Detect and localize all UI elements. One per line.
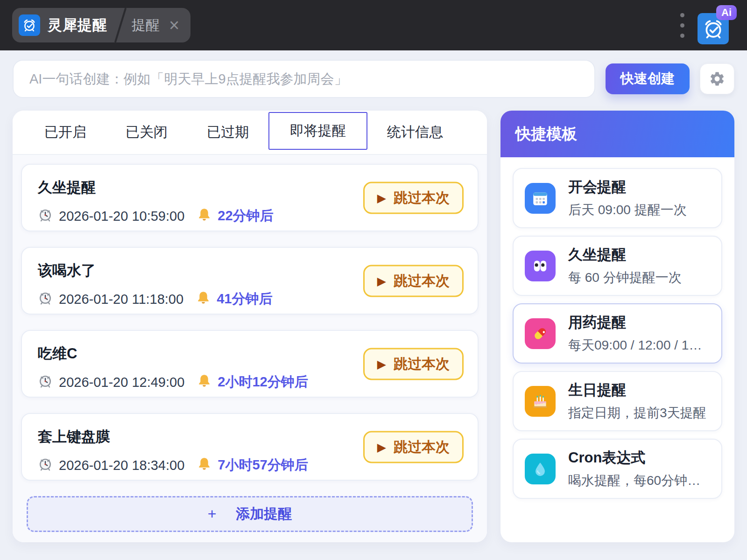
reminder-countdown: 2小时12分钟后 — [218, 373, 308, 392]
templates-title: 快捷模板 — [515, 124, 577, 145]
reminder-tabs: 已开启已关闭已过期即将提醒统计信息 — [13, 111, 487, 155]
template-name: 用药提醒 — [568, 313, 702, 332]
template-item-cron[interactable]: Cron表达式 喝水提醒，每60分钟… — [513, 439, 722, 499]
cake-icon — [525, 386, 556, 417]
template-name: 生日提醒 — [568, 380, 706, 400]
reminder-list: 久坐提醒 2026-01-20 10:59:00 22分钟后 ▶ — [13, 155, 487, 542]
reminder-card: 吃维C 2026-01-20 12:49:00 2小时12分钟后 ▶ — [21, 330, 479, 398]
template-desc: 后天 09:00 提醒一次 — [568, 201, 687, 219]
window-tab[interactable]: 灵犀提醒 提醒 × — [12, 8, 190, 42]
clock-icon — [38, 207, 53, 225]
tab-enabled[interactable]: 已开启 — [25, 111, 106, 154]
clock-icon — [38, 290, 53, 308]
skip-once-button[interactable]: ▶ 跳过本次 — [363, 265, 464, 297]
document-tab-title: 提醒 — [132, 16, 160, 35]
ai-badge: Ai — [716, 5, 737, 20]
template-desc: 喝水提醒，每60分钟… — [568, 472, 700, 490]
reminder-countdown: 22分钟后 — [218, 207, 273, 225]
play-triangle-icon: ▶ — [377, 274, 386, 287]
add-reminder-button[interactable]: +添加提醒 — [27, 496, 473, 532]
tab-upcoming[interactable]: 即将提醒 — [268, 112, 367, 150]
tab-divider — [114, 7, 127, 43]
reminder-card: 该喝水了 2026-01-20 11:18:00 41分钟后 ▶ — [21, 247, 479, 315]
reminder-card: 久坐提醒 2026-01-20 10:59:00 22分钟后 ▶ — [21, 164, 479, 231]
tab-closed[interactable]: 已关闭 — [106, 111, 187, 154]
template-item-medication[interactable]: 用药提醒 每天09:00 / 12:00 / 1… — [513, 303, 722, 364]
templates-list: 开会提醒 后天 09:00 提醒一次 久坐提醒 每 60 分钟提醒一次 用药提醒… — [500, 157, 734, 510]
pill-icon — [525, 318, 556, 349]
tab-stats[interactable]: 统计信息 — [367, 111, 463, 154]
app-logo[interactable]: Ai — [698, 5, 735, 45]
create-toolbar: 快速创建 — [13, 60, 734, 98]
skip-once-button[interactable]: ▶ 跳过本次 — [363, 431, 464, 463]
reminder-datetime: 2026-01-20 10:59:00 — [59, 209, 184, 224]
kebab-menu-icon[interactable] — [677, 9, 687, 42]
app-title: 灵犀提醒 — [48, 15, 107, 35]
alarm-clock-icon — [19, 14, 40, 36]
template-name: 开会提醒 — [568, 177, 687, 197]
ai-sentence-input[interactable] — [13, 60, 595, 98]
reminder-countdown: 41分钟后 — [217, 290, 272, 308]
template-desc: 指定日期，提前3天提醒 — [568, 404, 706, 422]
eyes-icon — [525, 251, 556, 281]
play-triangle-icon: ▶ — [377, 357, 386, 371]
tab-expired[interactable]: 已过期 — [187, 111, 268, 154]
window-titlebar: 灵犀提醒 提醒 × Ai — [0, 0, 747, 50]
templates-header: 快捷模板 — [500, 111, 734, 157]
clock-icon — [38, 373, 53, 392]
reminder-card: 套上键盘膜 2026-01-20 18:34:00 7小时57分钟后 ▶ — [21, 413, 479, 481]
skip-once-button[interactable]: ▶ 跳过本次 — [363, 182, 464, 214]
play-triangle-icon: ▶ — [377, 191, 386, 204]
drop-icon — [525, 454, 556, 484]
reminder-datetime: 2026-01-20 12:49:00 — [59, 375, 184, 390]
quick-create-button[interactable]: 快速创建 — [606, 63, 690, 94]
clock-icon — [38, 456, 53, 475]
bell-icon — [197, 207, 211, 225]
add-reminder-label: 添加提醒 — [236, 504, 292, 524]
reminder-datetime: 2026-01-20 18:34:00 — [59, 458, 184, 473]
template-name: Cron表达式 — [568, 448, 700, 468]
bell-icon — [196, 290, 211, 308]
template-item-birthday[interactable]: 生日提醒 指定日期，提前3天提醒 — [513, 371, 722, 431]
template-desc: 每天09:00 / 12:00 / 1… — [568, 336, 702, 354]
template-name: 久坐提醒 — [568, 245, 682, 265]
settings-button[interactable] — [700, 63, 734, 94]
reminder-countdown: 7小时57分钟后 — [218, 456, 308, 475]
bell-icon — [197, 373, 211, 391]
reminder-panel: 已开启已关闭已过期即将提醒统计信息 久坐提醒 2026-01-20 10:59:… — [13, 111, 487, 542]
play-triangle-icon: ▶ — [377, 440, 386, 454]
reminder-datetime: 2026-01-20 11:18:00 — [59, 292, 183, 307]
template-item-sedentary[interactable]: 久坐提醒 每 60 分钟提醒一次 — [513, 236, 722, 296]
bell-icon — [197, 456, 211, 474]
templates-panel: 快捷模板 开会提醒 后天 09:00 提醒一次 久坐提醒 每 60 分钟提醒一次… — [500, 111, 734, 542]
skip-once-button[interactable]: ▶ 跳过本次 — [363, 348, 464, 380]
plus-icon: + — [208, 505, 217, 523]
close-icon[interactable]: × — [169, 16, 179, 34]
gear-icon — [709, 70, 726, 87]
calendar-icon — [525, 183, 556, 214]
template-item-meeting[interactable]: 开会提醒 后天 09:00 提醒一次 — [513, 168, 722, 228]
template-desc: 每 60 分钟提醒一次 — [568, 269, 682, 287]
